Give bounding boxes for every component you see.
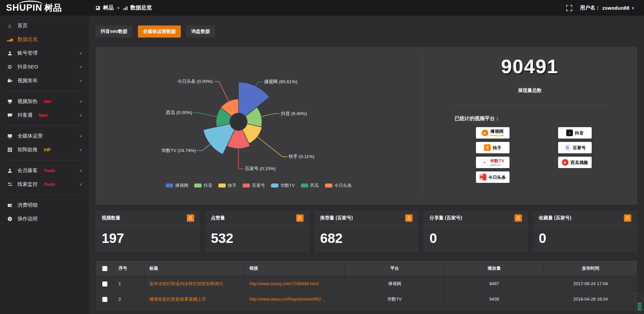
- platform-name: 西瓜视频: [571, 160, 588, 165]
- sidebar-item-全媒体运营[interactable]: 全媒体运营∨: [0, 129, 89, 143]
- platform-column-2: ♪抖音百百家号▶西瓜视频: [558, 127, 592, 183]
- chat-icon: [7, 113, 13, 118]
- 播视网-logo-icon: ▶: [482, 129, 488, 136]
- stats-cards-row: 视频数量总197点赞量总532推荐量 (百家号)总682分享量 (百家号)总0收…: [96, 211, 637, 252]
- logo-arc-decoration: [17, 1, 44, 5]
- sidebar-item-label: 首页: [17, 22, 28, 29]
- sidebar-item-首页[interactable]: ⌂首页: [0, 19, 89, 33]
- overview-panel: 播视网 (65.61%)抖音 (9.40%)快手 (0.11%)百家号 (0.1…: [96, 47, 637, 205]
- legend-item-今日头条[interactable]: 今日头条: [325, 182, 352, 189]
- total-badge: 总: [187, 214, 194, 222]
- sidebar-divider: [4, 195, 85, 195]
- sidebar-divider: [4, 160, 85, 160]
- sidebar-item-线索监控[interactable]: 线索监控Tools∨: [0, 177, 89, 191]
- platform-name: 百家号: [573, 146, 586, 150]
- row-number: 2: [114, 292, 145, 307]
- pie-label-line: [256, 82, 263, 86]
- empty-cell: [245, 307, 345, 310]
- logo[interactable]: SHUPIN 树品: [0, 0, 89, 16]
- legend-swatch: [194, 184, 202, 188]
- chevron-down-icon: ∨: [79, 182, 82, 187]
- platform-badge-快手: 8快手: [476, 142, 509, 153]
- row-checkbox[interactable]: [102, 297, 107, 302]
- total-badge: 总: [624, 214, 631, 222]
- video-url-link[interactable]: http://www.boosj.com/7338468.html: [245, 276, 345, 292]
- breadcrumb-page: 数据总览: [130, 4, 152, 11]
- stat-card-点赞量: 点赞量总532: [205, 211, 310, 252]
- legend-swatch: [218, 184, 226, 188]
- sidebar-item-矩阵助推[interactable]: 矩阵助推VIP∨: [0, 143, 89, 157]
- sidebar-item-会员爆客[interactable]: 会员爆客Tools∨: [0, 164, 89, 177]
- sidebar-item-label: 账号管理: [17, 50, 38, 56]
- stat-value: 197: [96, 225, 200, 246]
- 快手-logo-icon: 8: [484, 144, 491, 151]
- sidebar-item-数据总览[interactable]: ▂▄▆数据总览: [0, 33, 89, 46]
- legend-label: 百家号: [252, 182, 265, 189]
- stat-label: 推荐量 (百家号): [320, 215, 353, 221]
- video-title-link[interactable]: 楼体投影灯投影效果震撼上市: [145, 292, 245, 307]
- stat-card-推荐量 (百家号): 推荐量 (百家号)总682: [314, 211, 419, 252]
- legend-item-西瓜[interactable]: 西瓜: [301, 182, 319, 189]
- app-square-icon: [96, 6, 100, 10]
- stat-card-视频数量: 视频数量总197: [96, 211, 200, 252]
- legend-item-百家号[interactable]: 百家号: [243, 182, 265, 189]
- legend-item-华数TV[interactable]: 华数TV: [271, 182, 295, 189]
- sidebar-item-label: 抖客通: [17, 112, 33, 118]
- top-bar: SHUPIN 树品 树品 > 数据总览 用户名： zswodun88 ∨: [0, 0, 644, 16]
- legend-swatch: [301, 184, 308, 188]
- sidebar-item-视频发布[interactable]: 视频发布∨: [0, 74, 89, 88]
- sidebar-item-抖客通[interactable]: 抖客通New∨: [0, 108, 89, 122]
- videos-table-wrap: 序号标题链接平台播放量发布时间 1室外水纹灯和室内水纹灯的区别和简介http:/…: [96, 260, 637, 310]
- select-all-checkbox[interactable]: [102, 266, 107, 271]
- legend-item-快手[interactable]: 快手: [218, 182, 236, 189]
- 百家号-logo-icon: 百: [564, 144, 571, 151]
- legend-item-播视网[interactable]: 播视网: [166, 182, 188, 189]
- sidebar-item-抖音SEO[interactable]: ⚙抖音SEO∨: [0, 60, 89, 74]
- video-url-link[interactable]: http://www.wasu.cn/Play/show/id/952...: [245, 292, 345, 307]
- stat-card-header: 点赞量总: [205, 211, 310, 225]
- legend-swatch: [243, 184, 250, 188]
- plays-cell: 8497: [444, 276, 544, 292]
- tab-抖音seo数据[interactable]: 抖音seo数据: [96, 25, 132, 38]
- sidebar-item-label: 视频加热: [17, 98, 38, 105]
- column-header-播放量: 播放量: [444, 261, 544, 276]
- summary-section: 90491 展现量总数 已统计的视频平台： ▶播视网boosj.com8快手✳华…: [422, 47, 637, 205]
- tab-全媒体运营数据[interactable]: 全媒体运营数据: [138, 25, 181, 38]
- scrollbar-widget[interactable]: [636, 293, 643, 313]
- total-impressions-label: 展现量总数: [422, 88, 637, 94]
- chevron-down-icon: ∨: [79, 99, 82, 104]
- chevron-down-icon: ∨: [79, 65, 82, 69]
- legend-label: 播视网: [175, 182, 188, 189]
- wallet-icon: [7, 203, 13, 208]
- sidebar-item-badge: Hot: [44, 99, 51, 104]
- platform-column-1: ▶播视网boosj.com8快手✳华数TVwasu.cn头条今日头条: [476, 127, 509, 183]
- chevron-down-icon: ∨: [631, 6, 635, 10]
- user-menu[interactable]: 用户名： zswodun88 ∨: [580, 5, 635, 11]
- pie-label-line: [261, 114, 279, 117]
- sidebar-item-badge: VIP: [44, 147, 51, 152]
- fullscreen-icon[interactable]: [566, 5, 573, 11]
- sidebar-item-操作说明[interactable]: ?操作说明: [0, 212, 89, 226]
- table-row: 2楼体投影灯投影效果震撼上市http://www.wasu.cn/Play/sh…: [96, 292, 637, 307]
- column-header-序号: 序号: [114, 261, 145, 276]
- sidebar-item-视频加热[interactable]: 视频加热Hot∨: [0, 95, 89, 108]
- sidebar-item-账号管理[interactable]: 账号管理∨: [0, 46, 89, 60]
- pie-slice-华数TV[interactable]: [203, 124, 235, 155]
- video-title-link[interactable]: 室外水纹灯和室内水纹灯的区别和简介: [145, 276, 245, 292]
- pie-label-抖音: 抖音 (9.40%): [281, 111, 307, 116]
- chevron-down-icon: ∨: [79, 148, 82, 152]
- pie-label-华数TV: 华数TV (24.74%): [161, 148, 196, 153]
- sidebar-item-消费明细[interactable]: 消费明细: [0, 198, 89, 212]
- sidebar-item-label: 矩阵助推: [17, 147, 38, 153]
- breadcrumb-root[interactable]: 树品: [103, 4, 114, 11]
- platform-cell: 播视网: [345, 276, 444, 292]
- row-checkbox[interactable]: [102, 281, 107, 286]
- column-header-发布时间: 发布时间: [544, 261, 637, 276]
- legend-item-抖音[interactable]: 抖音: [194, 182, 212, 189]
- stat-card-header: 推荐量 (百家号)总: [314, 211, 419, 225]
- data-tabs: 抖音seo数据全媒体运营数据询盘数据: [96, 25, 637, 38]
- empty-cell: [96, 307, 114, 310]
- stat-label: 点赞量: [211, 215, 225, 221]
- breadcrumb: 树品 > 数据总览: [89, 4, 152, 11]
- tab-询盘数据[interactable]: 询盘数据: [186, 25, 215, 38]
